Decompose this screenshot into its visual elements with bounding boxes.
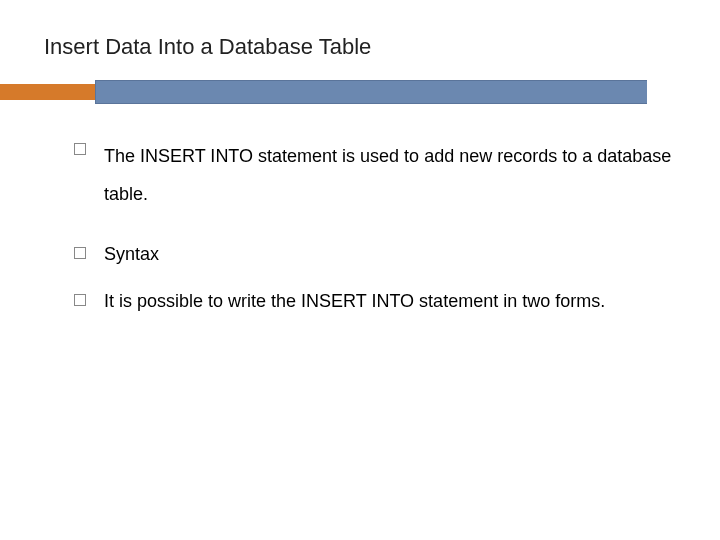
accent-gap (647, 80, 720, 104)
square-bullet-icon (74, 247, 86, 259)
square-bullet-icon (74, 294, 86, 306)
bullet-text: The INSERT INTO statement is used to add… (104, 138, 680, 214)
accent-blue (95, 80, 649, 104)
bullet-text: It is possible to write the INSERT INTO … (104, 289, 605, 314)
accent-orange (0, 84, 95, 100)
accent-bar (0, 80, 720, 104)
bullet-text: Syntax (104, 242, 159, 267)
slide: Insert Data Into a Database Table The IN… (0, 0, 720, 540)
list-item: The INSERT INTO statement is used to add… (74, 138, 680, 214)
slide-title: Insert Data Into a Database Table (44, 34, 371, 60)
content-area: The INSERT INTO statement is used to add… (74, 138, 680, 342)
list-item: It is possible to write the INSERT INTO … (74, 289, 680, 314)
list-item: Syntax (74, 242, 680, 267)
square-bullet-icon (74, 143, 86, 155)
